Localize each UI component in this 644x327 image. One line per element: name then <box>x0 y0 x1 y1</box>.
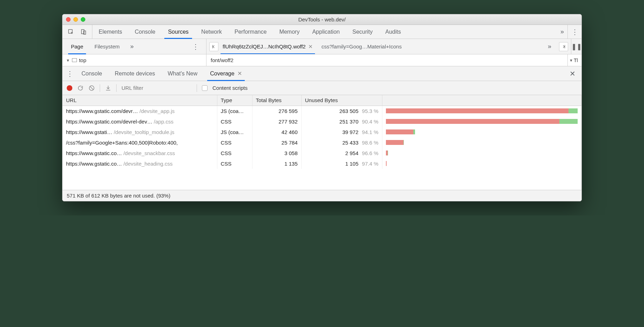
cell-usage-bar <box>382 106 581 116</box>
close-icon[interactable] <box>66 17 71 22</box>
sidebar-more-icon[interactable]: ⋮ <box>189 39 203 54</box>
tab-elements[interactable]: Elements <box>92 25 129 39</box>
drawer-tab-what-s-new[interactable]: What's New <box>161 66 204 81</box>
threads-label: Tl <box>574 58 578 63</box>
table-row[interactable]: https://www.gstatic.com/devrel-dev… /app… <box>63 116 581 127</box>
drawer-tab-console[interactable]: Console <box>75 66 109 81</box>
tab-performance[interactable]: Performance <box>228 25 273 39</box>
cell-total-bytes: 3 058 <box>252 148 301 158</box>
maximize-icon[interactable] <box>81 17 85 22</box>
statusbar: 571 KB of 612 KB bytes are not used. (93… <box>63 190 581 201</box>
close-tab-icon[interactable]: ✕ <box>308 44 313 50</box>
cell-usage-bar <box>382 137 581 148</box>
cell-usage-bar <box>382 127 581 137</box>
table-row[interactable]: https://www.gstatic.co… /devsite_heading… <box>63 158 581 169</box>
clear-icon[interactable] <box>88 85 95 91</box>
device-toggle-icon[interactable] <box>77 25 90 39</box>
drawer-tabs: ⋮ ConsoleRemote devicesWhat's NewCoverag… <box>63 66 581 81</box>
url-filter-input[interactable] <box>121 85 192 91</box>
col-header-unused[interactable]: Unused Bytes <box>301 95 382 106</box>
cell-type: CSS <box>217 116 252 127</box>
pause-script-icon[interactable]: ❚❚ <box>571 39 581 54</box>
drawer-tab-label: What's New <box>167 71 197 77</box>
separator <box>116 84 117 92</box>
cell-usage-bar <box>382 148 581 158</box>
drawer-tab-label: Remote devices <box>115 71 155 77</box>
editor-nav-next-icon[interactable] <box>559 42 568 51</box>
cell-total-bytes: 25 784 <box>252 137 301 148</box>
cell-total-bytes: 1 135 <box>252 158 301 169</box>
col-header-total[interactable]: Total Bytes <box>252 95 301 106</box>
cell-url: https://www.gstati… /devsite_tooltip_mod… <box>63 127 217 137</box>
coverage-table: URL Type Total Bytes Unused Bytes https:… <box>63 95 581 169</box>
editor-tabs-overflow-icon[interactable]: » <box>544 43 555 50</box>
col-header-type[interactable]: Type <box>217 95 252 106</box>
sidebar-tab-page[interactable]: Page <box>66 39 88 54</box>
tab-security[interactable]: Security <box>346 25 379 39</box>
more-menu-icon[interactable]: ⋮ <box>567 25 581 39</box>
tab-application[interactable]: Application <box>306 25 346 39</box>
threads-pane[interactable]: ▼ Tl <box>567 54 581 66</box>
drawer-tab-coverage[interactable]: Coverage✕ <box>204 66 248 81</box>
col-header-url[interactable]: URL <box>63 95 217 106</box>
editor-tabs: flUhRq6tzZclQEJ…NcIhQ8tQ.woff2✕css?famil… <box>206 39 571 54</box>
cell-type: JS (coa… <box>217 106 252 116</box>
content-row: ▼ top font/woff2 ▼ Tl <box>63 54 581 66</box>
cell-unused-bytes: 25 43398.6 % <box>301 137 382 148</box>
editor-nav-prev-icon[interactable] <box>209 42 218 51</box>
drawer-tab-label: Console <box>81 71 102 77</box>
tab-network[interactable]: Network <box>195 25 228 39</box>
cell-type: JS (coa… <box>217 127 252 137</box>
tree-expand-icon[interactable]: ▼ <box>66 58 70 62</box>
drawer-close-icon[interactable]: ✕ <box>565 69 579 78</box>
minimize-icon[interactable] <box>73 17 78 22</box>
tab-audits[interactable]: Audits <box>379 25 407 39</box>
main-toolbar: ElementsConsoleSourcesNetworkPerformance… <box>63 25 581 39</box>
drawer-tab-remote-devices[interactable]: Remote devices <box>109 66 162 81</box>
table-row[interactable]: /css?family=Google+Sans:400,500|Roboto:4… <box>63 137 581 148</box>
file-tree[interactable]: ▼ top <box>63 54 206 66</box>
sidebar-header: PageFilesystem » ⋮ <box>63 39 206 54</box>
cell-url: https://www.gstatic.co… /devsite_snackba… <box>63 148 217 158</box>
cell-unused-bytes: 263 50595.3 % <box>301 106 382 116</box>
cell-url: https://www.gstatic.com/devr… /devsite_a… <box>63 106 217 116</box>
separator <box>100 84 100 92</box>
reload-icon[interactable] <box>77 85 84 91</box>
editor-tab[interactable]: flUhRq6tzZclQEJ…NcIhQ8tQ.woff2✕ <box>218 39 317 54</box>
drawer-tab-label: Coverage <box>210 71 234 77</box>
tab-sources[interactable]: Sources <box>162 25 195 39</box>
table-row[interactable]: https://www.gstatic.com/devr… /devsite_a… <box>63 106 581 116</box>
cell-unused-bytes: 1 10597.4 % <box>301 158 382 169</box>
drawer-more-icon[interactable]: ⋮ <box>65 66 75 81</box>
inspect-element-icon[interactable] <box>65 25 77 39</box>
cell-unused-bytes: 39 97294.1 % <box>301 127 382 137</box>
cell-type: CSS <box>217 148 252 158</box>
window-controls <box>66 17 85 22</box>
cell-total-bytes: 42 460 <box>252 127 301 137</box>
tab-console[interactable]: Console <box>129 25 162 39</box>
editor-content: font/woff2 <box>206 54 567 66</box>
devtools-window: DevTools - web.dev/ ElementsConsoleSourc… <box>62 14 582 201</box>
content-scripts-label: Content scripts <box>212 85 248 91</box>
sidebar-tabs-overflow-icon[interactable]: » <box>127 43 137 50</box>
tab-memory[interactable]: Memory <box>273 25 306 39</box>
cell-url: https://www.gstatic.co… /devsite_heading… <box>63 158 217 169</box>
content-scripts-checkbox[interactable] <box>202 85 208 91</box>
table-row[interactable]: https://www.gstati… /devsite_tooltip_mod… <box>63 127 581 137</box>
window-title: DevTools - web.dev/ <box>66 16 578 22</box>
cell-unused-bytes: 251 37090.4 % <box>301 116 382 127</box>
cell-usage-bar <box>382 158 581 169</box>
editor-tab[interactable]: css?family=Goog…Material+Icons <box>317 39 406 54</box>
coverage-toolbar: Content scripts <box>63 81 581 95</box>
sidebar-tab-filesystem[interactable]: Filesystem <box>90 39 125 54</box>
threads-expand-icon[interactable]: ▼ <box>569 58 573 62</box>
frame-icon <box>72 58 77 62</box>
table-row[interactable]: https://www.gstatic.co… /devsite_snackba… <box>63 148 581 158</box>
export-icon[interactable] <box>105 85 111 91</box>
close-drawer-tab-icon[interactable]: ✕ <box>237 70 242 77</box>
record-icon[interactable] <box>67 85 72 91</box>
cell-total-bytes: 277 932 <box>252 116 301 127</box>
cell-url: /css?family=Google+Sans:400,500|Roboto:4… <box>63 137 217 148</box>
tabs-overflow-icon[interactable]: » <box>557 28 567 35</box>
cell-unused-bytes: 2 95496.6 % <box>301 148 382 158</box>
